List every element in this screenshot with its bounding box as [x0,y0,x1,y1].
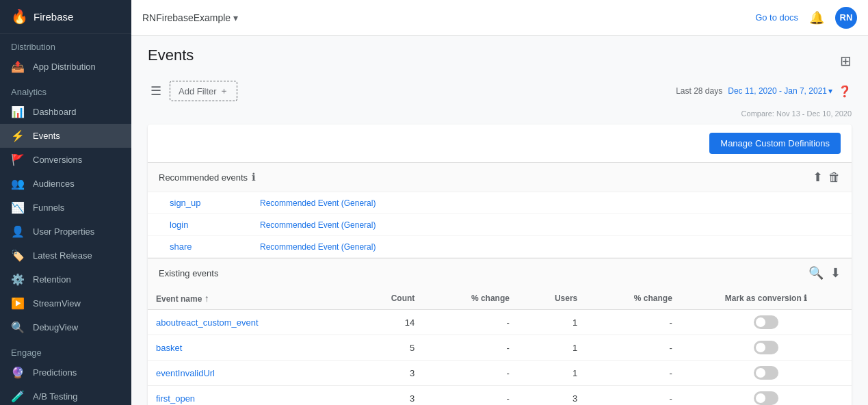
event-tag: Recommended Event (General) [260,242,376,252]
add-filter-button[interactable]: Add Filter ＋ [170,81,237,101]
sidebar-item-label: Predictions [33,367,77,378]
conversion-toggle[interactable] [754,315,778,329]
sidebar-item-debugview[interactable]: 🔍 DebugView [0,315,131,339]
search-icon[interactable]: 🔍 [808,265,824,280]
col-count-change: % change [423,287,518,310]
conversions-icon: 🚩 [11,153,25,166]
recommended-events-title: Recommended events ℹ [159,171,256,183]
sidebar-item-retention[interactable]: ⚙️ Retention [0,267,131,291]
recommended-event-sign-up: sign_up Recommended Event (General) [148,192,852,214]
sidebar-item-label: Latest Release [33,250,92,261]
filter-list-icon[interactable]: ☰ [148,81,164,101]
ab-testing-icon: 🧪 [11,390,25,403]
filter-left: ☰ Add Filter ＋ [148,81,237,101]
table-row: eventInvalidUrl3-1- [148,361,852,386]
sidebar-item-latest-release[interactable]: 🏷️ Latest Release [0,244,131,267]
table-row: first_open3-3- [148,386,852,406]
conversion-toggle[interactable] [754,366,778,380]
manage-custom-definitions-button[interactable]: Manage Custom Definitions [709,133,841,154]
collapse-icon[interactable]: ⬆ [813,170,823,185]
sidebar-section-distribution: Distribution [0,34,131,55]
event-tag: Recommended Event (General) [260,198,376,208]
topbar-right: Go to docs 🔔 RN [755,7,857,29]
sidebar-item-label: Dashboard [33,107,77,117]
sidebar: 🔥 Firebase Distribution 📤 App Distributi… [0,0,131,405]
toggle-slider [754,366,778,380]
sidebar-item-label: Conversions [33,155,82,165]
event-name-link[interactable]: aboutreact_custom_event [156,317,259,328]
sidebar-item-conversions[interactable]: 🚩 Conversions [0,148,131,172]
sidebar-item-streamview[interactable]: ▶️ StreamView [0,291,131,315]
retention-icon: ⚙️ [11,273,25,286]
date-range-picker[interactable]: Dec 11, 2020 - Jan 7, 2021 ▾ [728,86,832,96]
events-icon: ⚡ [11,129,25,142]
conversion-toggle[interactable] [754,391,778,405]
download-icon[interactable]: ⬇ [830,265,841,280]
audiences-icon: 👥 [11,177,25,190]
funnels-icon: 📉 [11,201,25,214]
sidebar-item-funnels[interactable]: 📉 Funnels [0,196,131,220]
event-name-cell: aboutreact_custom_event [148,310,354,335]
sidebar-item-ab-testing[interactable]: 🧪 A/B Testing [0,384,131,405]
event-users-change: - [586,310,681,335]
customize-icon[interactable]: ⊞ [840,53,852,69]
col-users-change: % change [586,287,681,310]
project-name[interactable]: RNFirebaseExample ▾ [142,12,238,23]
sidebar-item-events[interactable]: ⚡ Events [0,124,131,148]
sidebar-item-label: Funnels [33,202,64,213]
avatar[interactable]: RN [835,7,857,29]
sidebar-item-dashboard[interactable]: 📊 Dashboard [0,100,131,124]
event-count: 3 [354,386,423,406]
debugview-icon: 🔍 [11,321,25,334]
event-name-link[interactable]: basket [156,343,182,353]
events-card: Manage Custom Definitions Recommended ev… [148,125,852,405]
recommended-events-help-icon[interactable]: ℹ [252,171,256,183]
recommended-events-icons: ⬆ 🗑 [813,170,841,185]
existing-events-title: Existing events [159,268,218,278]
col-count: Count [354,287,423,310]
sidebar-item-user-properties[interactable]: 👤 User Properties [0,220,131,244]
event-name[interactable]: sign_up [170,198,252,208]
dashboard-icon: 📊 [11,105,25,118]
event-conversion-toggle-cell [681,310,852,335]
delete-icon[interactable]: 🗑 [828,170,841,185]
conversion-help-icon[interactable]: ℹ [804,293,807,303]
sidebar-item-predictions[interactable]: 🔮 Predictions [0,361,131,384]
col-users: Users [518,287,586,310]
event-count: 3 [354,361,423,386]
conversion-toggle[interactable] [754,341,778,354]
engage-label: Engage [11,348,42,358]
sort-icon: ↑ [205,293,209,304]
event-count: 5 [354,335,423,361]
event-users: 1 [518,361,586,386]
compare-text: Compare: Nov 13 - Dec 10, 2020 [148,109,852,118]
sidebar-section-engage: Engage [0,339,131,361]
sidebar-item-label: DebugView [33,322,78,332]
add-filter-plus-icon: ＋ [220,85,228,97]
event-users: 1 [518,310,586,335]
sidebar-item-audiences[interactable]: 👥 Audiences [0,172,131,196]
page-title: Events [148,47,194,64]
event-name[interactable]: login [170,220,252,230]
event-name[interactable]: share [170,241,252,252]
topbar: RNFirebaseExample ▾ Go to docs 🔔 RN [131,0,868,36]
sidebar-item-label: App Distribution [33,62,96,72]
event-tag: Recommended Event (General) [260,220,376,230]
col-event-name[interactable]: Event name ↑ [148,287,354,310]
firebase-logo[interactable]: 🔥 Firebase [11,8,73,25]
project-dropdown-icon[interactable]: ▾ [233,12,238,23]
streamview-icon: ▶️ [11,297,25,310]
date-help-icon[interactable]: ❓ [838,85,852,98]
sidebar-item-app-distribution[interactable]: 📤 App Distribution [0,55,131,79]
event-name-link[interactable]: eventInvalidUrl [156,368,215,378]
sidebar-item-label: Retention [33,274,71,285]
event-name-link[interactable]: first_open [156,393,195,404]
event-users: 1 [518,335,586,361]
sidebar-item-label: Events [33,131,60,141]
predictions-icon: 🔮 [11,366,25,379]
date-range-chevron: ▾ [828,86,832,96]
event-users-change: - [586,386,681,406]
existing-events-header: Existing events 🔍 ⬇ [148,258,852,287]
notification-icon[interactable]: 🔔 [809,10,824,25]
go-to-docs-link[interactable]: Go to docs [755,12,798,23]
